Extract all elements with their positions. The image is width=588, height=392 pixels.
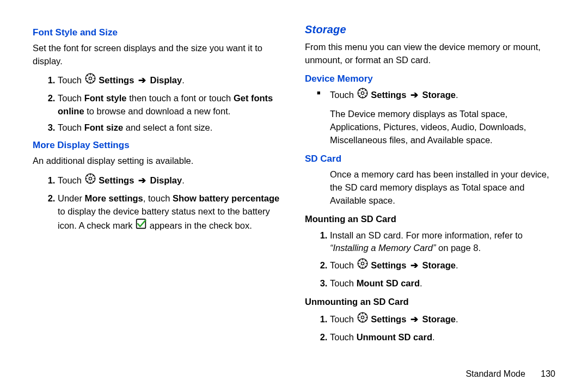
text: Install an SD card. For more information… bbox=[330, 230, 523, 240]
sd-card-paragraph: Once a memory card has been installed in… bbox=[330, 168, 555, 207]
svg-line-19 bbox=[87, 181, 88, 182]
settings-label: Settings bbox=[99, 175, 134, 185]
font-steps-list: Touch Settings ➔ Display. Touch Font sty… bbox=[33, 73, 283, 134]
heading-mounting-sd: Mounting an SD Card bbox=[305, 213, 555, 226]
arrow-icon: ➔ bbox=[411, 314, 418, 324]
text: Touch bbox=[330, 90, 357, 100]
page-footer: Standard Mode 130 bbox=[465, 369, 555, 379]
unmount-steps-list: Touch Settings ➔ Storage. Touch Unmount … bbox=[305, 312, 555, 344]
settings-label: Settings bbox=[371, 314, 406, 324]
text: Touch bbox=[58, 93, 84, 103]
storage-label: Storage bbox=[422, 90, 456, 100]
svg-line-6 bbox=[87, 75, 88, 76]
right-column: Storage From this menu you can view the … bbox=[299, 22, 561, 381]
svg-line-29 bbox=[365, 90, 366, 91]
heading-more-display-settings: More Display Settings bbox=[33, 139, 283, 152]
text: and select a font size. bbox=[123, 122, 212, 132]
settings-label: Settings bbox=[99, 75, 134, 85]
settings-gear-icon bbox=[357, 312, 368, 327]
manual-page: Font Style and Size Set the font for scr… bbox=[0, 0, 588, 392]
settings-gear-icon bbox=[85, 73, 96, 88]
text: on page 8. bbox=[436, 243, 481, 253]
heading-unmounting-sd: Unmounting an SD Card bbox=[305, 296, 555, 309]
svg-line-40 bbox=[359, 266, 360, 267]
text: to browse and download a new font. bbox=[84, 106, 231, 116]
more-step-2: Under More settings, touch Show battery … bbox=[58, 192, 283, 234]
mount-step-1: Install an SD card. For more information… bbox=[330, 229, 555, 255]
svg-line-47 bbox=[359, 314, 360, 315]
svg-line-30 bbox=[359, 96, 360, 97]
device-memory-step: Touch Settings ➔ Storage. bbox=[330, 88, 555, 103]
svg-point-11 bbox=[89, 177, 91, 180]
svg-line-27 bbox=[359, 90, 360, 91]
text: Under bbox=[58, 193, 85, 203]
svg-point-1 bbox=[89, 77, 91, 80]
text: Touch bbox=[58, 122, 84, 132]
more-steps-list: Touch Settings ➔ Display. Under More set… bbox=[33, 173, 283, 234]
arrow-icon: ➔ bbox=[138, 75, 146, 85]
footer-page-number: 130 bbox=[541, 369, 555, 378]
checkmark-icon bbox=[136, 218, 146, 233]
unmount-step-2: Touch Unmount SD card. bbox=[330, 331, 555, 344]
svg-line-49 bbox=[365, 314, 366, 315]
font-intro-paragraph: Set the font for screen displays and the… bbox=[33, 42, 283, 68]
settings-gear-icon bbox=[357, 88, 368, 102]
arrow-icon: ➔ bbox=[411, 260, 418, 270]
display-label: Display bbox=[150, 75, 182, 85]
more-settings-label: More settings bbox=[85, 193, 143, 203]
svg-line-28 bbox=[365, 96, 366, 97]
text: then touch a font or touch bbox=[127, 93, 234, 103]
text: , touch bbox=[143, 193, 173, 203]
text: Touch bbox=[58, 75, 84, 85]
text: Touch bbox=[330, 314, 357, 324]
svg-point-42 bbox=[361, 316, 364, 318]
svg-line-7 bbox=[93, 81, 94, 82]
settings-gear-icon bbox=[85, 173, 96, 188]
text: Touch bbox=[330, 260, 357, 270]
settings-label: Settings bbox=[371, 90, 406, 100]
device-memory-list: Touch Settings ➔ Storage. bbox=[305, 88, 555, 103]
heading-storage: Storage bbox=[305, 22, 555, 38]
svg-line-50 bbox=[359, 320, 360, 321]
heading-font-style-size: Font Style and Size bbox=[33, 26, 283, 40]
storage-intro-paragraph: From this menu you can view the device m… bbox=[305, 41, 555, 67]
svg-point-22 bbox=[361, 92, 364, 95]
display-label: Display bbox=[150, 175, 182, 185]
left-column: Font Style and Size Set the font for scr… bbox=[27, 22, 289, 381]
font-style-label: Font style bbox=[84, 93, 127, 103]
svg-line-48 bbox=[365, 320, 366, 321]
svg-line-16 bbox=[87, 175, 88, 176]
more-step-1: Touch Settings ➔ Display. bbox=[58, 173, 283, 189]
mount-step-3: Touch Mount SD card. bbox=[330, 277, 555, 290]
mount-steps-list: Install an SD card. For more information… bbox=[305, 229, 555, 291]
svg-line-9 bbox=[87, 81, 88, 82]
svg-line-17 bbox=[93, 181, 94, 182]
font-step-3: Touch Font size and select a font size. bbox=[58, 121, 283, 134]
settings-label: Settings bbox=[371, 260, 406, 270]
heading-sd-card: SD Card bbox=[305, 152, 555, 166]
arrow-icon: ➔ bbox=[411, 90, 418, 100]
svg-line-39 bbox=[365, 260, 366, 261]
text: appears in the check box. bbox=[150, 220, 252, 230]
svg-line-18 bbox=[93, 175, 94, 176]
font-step-1: Touch Settings ➔ Display. bbox=[58, 73, 283, 89]
installing-memory-card-ref: “Installing a Memory Card” bbox=[330, 243, 436, 253]
svg-line-8 bbox=[93, 75, 94, 76]
settings-gear-icon bbox=[357, 258, 368, 273]
storage-label: Storage bbox=[422, 314, 456, 324]
text: Touch bbox=[58, 175, 84, 185]
footer-mode: Standard Mode bbox=[465, 369, 525, 378]
text: Touch bbox=[330, 278, 357, 288]
font-size-label: Font size bbox=[84, 122, 124, 132]
svg-line-38 bbox=[365, 266, 366, 267]
storage-label: Storage bbox=[422, 260, 456, 270]
svg-point-32 bbox=[361, 262, 364, 265]
font-step-2: Touch Font style then touch a font or to… bbox=[58, 92, 283, 118]
unmount-step-1: Touch Settings ➔ Storage. bbox=[330, 312, 555, 328]
svg-line-37 bbox=[359, 260, 360, 261]
arrow-icon: ➔ bbox=[138, 175, 146, 185]
text: Touch bbox=[330, 332, 357, 342]
heading-device-memory: Device Memory bbox=[305, 72, 555, 86]
mount-step-2: Touch Settings ➔ Storage. bbox=[330, 258, 555, 274]
unmount-sd-card-label: Unmount SD card bbox=[357, 332, 432, 342]
